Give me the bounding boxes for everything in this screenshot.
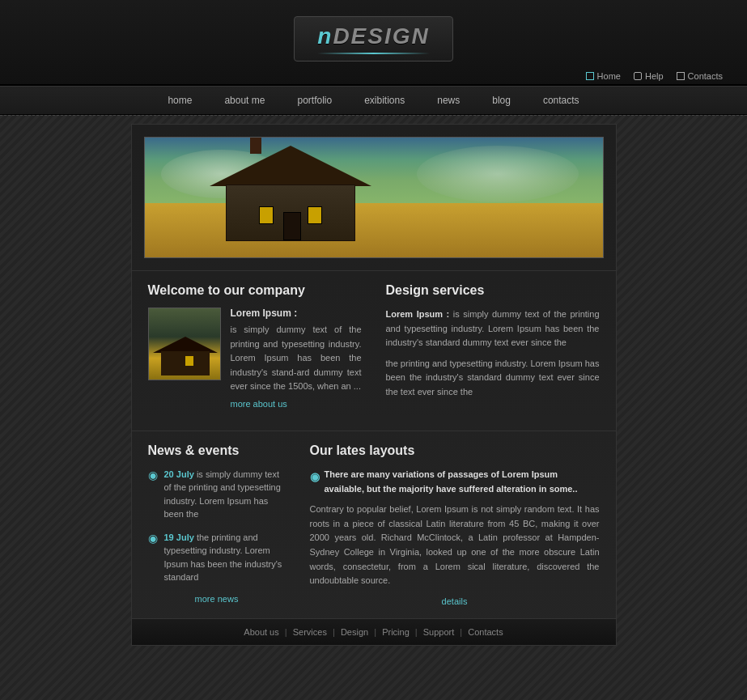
footer-sep-5: |	[460, 627, 462, 637]
news-bullet-2: ◉	[148, 530, 158, 584]
news-column: News & events ◉ 20 July is simply dummy …	[148, 443, 286, 606]
details-link[interactable]: details	[310, 596, 600, 606]
nav-news[interactable]: news	[433, 87, 464, 114]
more-about-us-link[interactable]: more about us	[231, 399, 287, 409]
outer-wrap: Welcome to our company Lorem Ipsum : is …	[0, 116, 747, 654]
top-link-home[interactable]: Home	[586, 71, 621, 81]
home-icon	[586, 72, 594, 80]
top-links: Home Help Contacts	[0, 68, 747, 84]
top-link-contacts-label: Contacts	[688, 71, 723, 81]
design-services-column: Design services Lorem Ipsum : is simply …	[386, 283, 600, 418]
thumb-image	[148, 308, 221, 380]
hero-house	[210, 152, 371, 241]
layout-body: Contrary to popular belief, Lorem Ipsum …	[310, 503, 600, 588]
thumb-body	[161, 351, 210, 375]
house-window-left	[259, 206, 274, 224]
welcome-inner: Lorem Ipsum : is simply dummy text of th…	[148, 308, 362, 410]
bottom-section: News & events ◉ 20 July is simply dummy …	[132, 431, 616, 618]
logo-main: DESIGN	[333, 23, 429, 49]
design-body: the printing and typesetting industry. L…	[386, 357, 600, 400]
footer-link-contacts[interactable]: Contacts	[468, 627, 503, 637]
thumb-roof	[153, 337, 218, 353]
cloud2	[417, 146, 579, 202]
logo-area: nDESIGN	[0, 8, 747, 68]
layouts-column: Our lates layouts ◉ There are many varia…	[310, 443, 600, 606]
nav-bar: home about me portfolio exibitions news …	[0, 86, 747, 115]
lorem-title: Lorem Ipsum :	[231, 308, 362, 319]
layout-highlight-text: There are many variations of passages of…	[325, 468, 600, 496]
footer-link-design[interactable]: Design	[341, 627, 368, 637]
hero-area	[132, 125, 616, 270]
logo-prefix: n	[317, 23, 333, 49]
nav-contacts[interactable]: contacts	[539, 87, 584, 114]
design-services-title: Design services	[386, 283, 600, 298]
footer: About us | Services | Design | Pricing |…	[132, 618, 616, 645]
house-door	[283, 212, 301, 240]
layouts-title: Our lates layouts	[310, 443, 600, 458]
inner-wrap: Welcome to our company Lorem Ipsum : is …	[131, 124, 617, 646]
welcome-body: is simply dummy text of the printing and…	[231, 323, 362, 394]
welcome-text: Lorem Ipsum : is simply dummy text of th…	[231, 308, 362, 410]
main-content: Welcome to our company Lorem Ipsum : is …	[132, 270, 616, 431]
news-item-2-text: 19 July the printing and typesetting ind…	[164, 531, 286, 584]
house-window-right	[308, 206, 322, 224]
welcome-title: Welcome to our company	[148, 283, 362, 298]
content-columns: Welcome to our company Lorem Ipsum : is …	[148, 283, 600, 418]
design-intro: Lorem Ipsum : is simply dummy text of th…	[386, 308, 600, 350]
layout-bullet: ◉	[310, 468, 320, 496]
house-body	[226, 185, 355, 241]
nav-exibitions[interactable]: exibitions	[360, 87, 409, 114]
news-bullet-1: ◉	[148, 467, 158, 521]
hero-image	[144, 137, 604, 258]
top-link-help-label: Help	[645, 71, 664, 81]
design-intro-bold: Lorem Ipsum :	[386, 309, 450, 319]
top-link-contacts[interactable]: Contacts	[677, 71, 723, 81]
nav-portfolio[interactable]: portfolio	[293, 87, 336, 114]
footer-sep-2: |	[333, 627, 335, 637]
welcome-column: Welcome to our company Lorem Ipsum : is …	[148, 283, 362, 418]
footer-link-support[interactable]: Support	[423, 627, 455, 637]
contacts-icon	[677, 72, 685, 80]
nav-home[interactable]: home	[163, 87, 196, 114]
footer-link-pricing[interactable]: Pricing	[382, 627, 410, 637]
news-date-1: 20 July	[164, 469, 194, 479]
logo-box: nDESIGN	[294, 16, 452, 62]
logo-text: nDESIGN	[317, 23, 429, 49]
news-title: News & events	[148, 443, 286, 458]
nav-about-me[interactable]: about me	[220, 87, 269, 114]
more-news-link[interactable]: more news	[148, 594, 286, 604]
footer-link-about-us[interactable]: About us	[244, 627, 278, 637]
news-item-2: ◉ 19 July the printing and typesetting i…	[148, 531, 286, 584]
footer-sep-4: |	[415, 627, 418, 637]
footer-link-services[interactable]: Services	[293, 627, 327, 637]
thumb-window	[185, 356, 193, 366]
nav-blog[interactable]: blog	[488, 87, 515, 114]
news-item-1-text: 20 July is simply dummy text of the prin…	[164, 468, 286, 521]
top-link-help[interactable]: Help	[634, 71, 664, 81]
help-icon	[634, 72, 642, 80]
news-item-1: ◉ 20 July is simply dummy text of the pr…	[148, 468, 286, 521]
footer-sep-1: |	[285, 627, 287, 637]
header: nDESIGN Home Help Contacts	[0, 0, 747, 86]
layout-highlight: ◉ There are many variations of passages …	[310, 468, 600, 496]
top-link-home-label: Home	[597, 71, 621, 81]
news-date-2: 19 July	[164, 532, 194, 542]
footer-links: About us | Services | Design | Pricing |…	[148, 627, 600, 637]
logo-underline	[317, 53, 429, 54]
footer-sep-3: |	[374, 627, 376, 637]
house-roof	[210, 146, 371, 186]
